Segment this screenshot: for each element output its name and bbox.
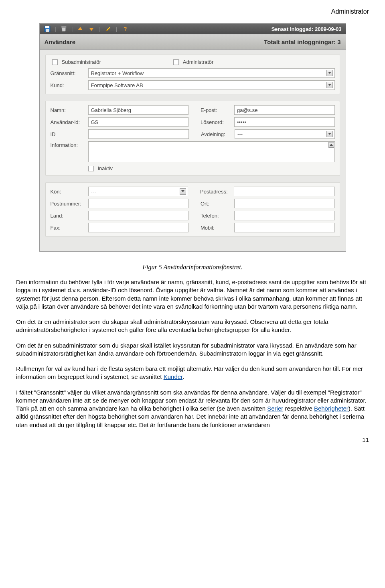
telefon-input[interactable] (234, 211, 335, 220)
namn-input[interactable]: Gabriella Sjöberg (88, 105, 189, 115)
admin-label: Administratör (183, 59, 214, 65)
epost-input[interactable]: ga@s.se (234, 105, 335, 115)
epost-label: E-post: (201, 107, 232, 113)
svg-rect-3 (61, 26, 66, 27)
postnummer-input[interactable] (88, 199, 189, 208)
admin-checkbox[interactable]: Administratör (173, 59, 214, 65)
telefon-label: Telefon: (201, 213, 232, 219)
up-arrow-icon[interactable] (77, 25, 84, 33)
kund-value: Formpipe Software AB (91, 82, 143, 88)
scroll-up-icon[interactable] (328, 142, 334, 148)
info-label: Information: (51, 141, 86, 148)
mobil-label: Mobil: (201, 225, 232, 231)
header-label: Administrator (16, 8, 369, 15)
kund-label: Kund: (51, 82, 86, 88)
postnummer-label: Postnummer: (51, 201, 86, 207)
window-toolbar: | | | | ? Senast inloggad: 2009-09-03 (40, 24, 346, 34)
subadmin-label: Subadministratör (62, 59, 101, 65)
chevron-down-icon[interactable] (326, 70, 333, 76)
user-info-window: | | | | ? Senast inloggad: 2009-09-03 An… (39, 23, 346, 252)
delete-icon[interactable] (60, 25, 67, 33)
chevron-down-icon[interactable] (326, 131, 333, 137)
svg-rect-1 (45, 26, 49, 28)
avdelning-value: --- (237, 131, 243, 137)
kund-select[interactable]: Formpipe Software AB (88, 80, 335, 90)
save-icon[interactable] (44, 25, 51, 33)
ort-input[interactable] (234, 199, 335, 208)
losenord-label: Lösenord: (201, 119, 232, 125)
link-kunder[interactable]: Kunder (164, 373, 183, 380)
section-contact: Kön: --- Postadress: Postnummer: Ort: La… (45, 182, 340, 237)
avdelning-label: Avdelning: (201, 131, 232, 137)
anvid-label: Användar-id: (51, 119, 86, 125)
inaktiv-checkbox[interactable]: Inaktiv (88, 165, 113, 171)
last-login-status: Senast inloggad: 2009-09-03 (272, 26, 342, 32)
kon-select[interactable]: --- (88, 187, 188, 196)
down-arrow-icon[interactable] (88, 25, 95, 33)
postadress-input[interactable] (234, 187, 335, 196)
ort-label: Ort: (201, 201, 232, 207)
page-number: 11 (16, 436, 369, 443)
fax-input[interactable] (88, 223, 189, 232)
body-text: Den information du behöver fylla i för v… (16, 278, 369, 429)
login-count: Totalt antal inloggningar: 3 (264, 39, 340, 45)
namn-label: Namn: (51, 107, 86, 113)
kon-value: --- (91, 189, 96, 195)
section-roles: Subadministratör Administratör Gränssnit… (45, 55, 340, 94)
avdelning-select[interactable]: --- (235, 129, 335, 139)
anvid-input[interactable]: GS (88, 117, 189, 127)
paragraph-2: Om det är en administrator som du skapar… (16, 318, 369, 334)
mobil-input[interactable] (234, 223, 335, 232)
id-input[interactable] (88, 129, 189, 139)
help-icon[interactable]: ? (121, 25, 128, 33)
figure-caption: Figur 5 Användarinformationsfönstret. (16, 264, 369, 271)
svg-rect-2 (46, 29, 49, 32)
losenord-input[interactable]: ••••• (234, 117, 335, 127)
id-label: ID (51, 131, 86, 137)
granssnitt-label: Gränssnitt: (51, 70, 86, 76)
title-left: Användare (45, 39, 76, 45)
postadress-label: Postadress: (200, 189, 231, 195)
section-identity: Namn: Gabriella Sjöberg E-post: ga@s.se … (45, 101, 340, 176)
inaktiv-label: Inaktiv (98, 165, 113, 171)
link-behorigheter[interactable]: Behörigheter (314, 405, 349, 412)
link-serier[interactable]: Serier (267, 405, 283, 412)
land-input[interactable] (88, 211, 189, 220)
fax-label: Fax: (51, 225, 86, 231)
svg-text:?: ? (124, 26, 127, 32)
paragraph-1: Den information du behöver fylla i för v… (16, 278, 369, 311)
paragraph-5: I fältet "Gränssnitt" väljer du vilket a… (16, 389, 369, 429)
kon-label: Kön: (51, 189, 86, 195)
subadmin-checkbox[interactable]: Subadministratör (52, 59, 101, 65)
land-label: Land: (51, 213, 86, 219)
granssnitt-value: Registrator + Workflow (91, 70, 144, 76)
window-title-bar: Användare Totalt antal inloggningar: 3 (40, 34, 346, 50)
chevron-down-icon[interactable] (326, 82, 333, 88)
edit-icon[interactable] (105, 25, 112, 33)
chevron-down-icon[interactable] (180, 188, 186, 195)
info-textarea[interactable] (88, 141, 335, 162)
paragraph-4: Rullmenyn för val av kund har i de flest… (16, 365, 369, 381)
granssnitt-select[interactable]: Registrator + Workflow (88, 68, 335, 78)
paragraph-3: Om det är en subadministrator som du ska… (16, 342, 369, 358)
